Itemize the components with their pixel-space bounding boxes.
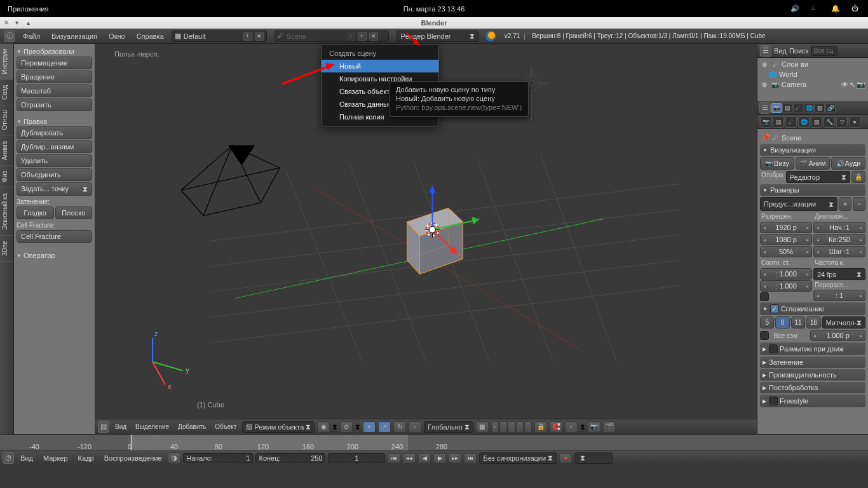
fps-selector[interactable]: 24 fps⧗ (813, 268, 865, 280)
cursor-icon[interactable]: ↖ (850, 81, 855, 89)
range-toggle[interactable]: ◑ (168, 452, 180, 464)
tab-relations[interactable]: Отнош (0, 105, 13, 135)
res-y-field[interactable]: 1080 р (760, 234, 812, 245)
end-frame-field[interactable]: Конец:250 (255, 453, 325, 463)
power-icon[interactable]: ⏻ (851, 4, 860, 13)
aa-11[interactable]: 11 (791, 316, 805, 329)
start-frame-field[interactable]: Начало:1 (183, 453, 253, 463)
context-constraints-icon[interactable]: 🔗 (825, 103, 836, 113)
duplicate-linked-button[interactable]: Дублир...вязями (17, 140, 92, 153)
context-scene-icon[interactable]: ☄ (793, 103, 803, 113)
ctx-render[interactable]: 📷 (760, 116, 771, 128)
join-button[interactable]: Объединить (17, 168, 92, 181)
sync-mode-selector[interactable]: Без синхронизации⧗ (479, 452, 557, 464)
editor-type-3dview-icon[interactable]: ▧ (98, 421, 109, 433)
aa-8[interactable]: 8 (775, 316, 789, 329)
snap-type[interactable]: ▫ (565, 421, 578, 433)
vp-menu-object[interactable]: Объект (212, 422, 240, 431)
manip-translate[interactable]: ↗ (378, 421, 391, 433)
keyframe-next-button[interactable]: ▸▸ (449, 453, 461, 463)
mode-selector[interactable]: ▨Режим объекта⧗ (242, 421, 315, 433)
remap-field[interactable]: : 1 (813, 290, 865, 301)
tab-greasepencil[interactable]: Эскизный ка (0, 188, 13, 236)
smooth-button[interactable]: Гладко (17, 207, 54, 219)
apps-menu[interactable]: Приложения (8, 5, 48, 13)
outliner-row-camera[interactable]: ⊕📷Camera 👁↖📷 (760, 79, 865, 90)
context-world-icon[interactable]: 🌐 (804, 103, 814, 113)
res-pct-field[interactable]: 50% (760, 246, 812, 257)
preset-add[interactable]: ＋ (839, 197, 851, 211)
vp-menu-add[interactable]: Добавить (175, 422, 209, 431)
keying-set-selector[interactable]: ⧗ (574, 452, 613, 464)
manip-rotate[interactable]: ↻ (393, 421, 406, 433)
editor-type-outliner-icon[interactable]: ☰ (760, 45, 771, 57)
scale-button[interactable]: Масштаб (17, 85, 92, 97)
layer-buttons[interactable]: • (491, 421, 532, 433)
aa-5[interactable]: 5 (760, 316, 774, 329)
panel-shading[interactable]: Затенение (760, 356, 865, 368)
tab-create[interactable]: Созд (0, 80, 13, 105)
orientation-selector[interactable]: Глобально⧗ (424, 421, 473, 433)
context-render-icon[interactable]: 📷 (771, 103, 782, 113)
translate-button[interactable]: Перемещение (17, 57, 92, 69)
pin-icon[interactable]: 📌 (761, 133, 770, 142)
res-x-field[interactable]: 1920 р (760, 222, 812, 233)
aa-16[interactable]: 16 (806, 316, 820, 329)
layers-button[interactable]: ▦ (476, 421, 489, 433)
volume-icon[interactable]: 🔊 (790, 4, 799, 13)
menu-item-new[interactable]: ▸Новый (322, 60, 438, 72)
editor-type-icon[interactable]: ⓘ (4, 30, 15, 42)
manipulator-toggle[interactable]: ⌖ (363, 421, 376, 433)
render-preview-button[interactable]: 📷 (588, 421, 600, 433)
panel-edit[interactable]: Правка (17, 116, 92, 126)
frame-end-field[interactable]: Ко:250 (813, 234, 865, 245)
preset-remove[interactable]: － (853, 197, 865, 211)
panel-dimensions[interactable]: Размеры (760, 184, 865, 196)
maximize-icon[interactable]: ▴ (27, 19, 34, 27)
bell-icon[interactable]: 🔔 (831, 4, 840, 13)
panel-freestyle[interactable]: Freestyle (760, 395, 865, 407)
aa-filter-selector[interactable]: Митчелл-⧗ (822, 316, 865, 329)
editor-type-props-icon[interactable]: ☰ (759, 102, 771, 114)
vp-menu-select[interactable]: Выделение (132, 422, 172, 431)
tab-anim[interactable]: Анима (0, 136, 13, 166)
tl-menu-view[interactable]: Вид (17, 453, 37, 463)
ctx-modifiers[interactable]: 🔧 (824, 116, 835, 128)
menu-window[interactable]: Окно (105, 31, 129, 41)
vp-menu-view[interactable]: Вид (112, 422, 130, 431)
lock-icon[interactable]: 🔒 (534, 421, 547, 433)
timeline-track[interactable]: -40-12004080120160200240280 (0, 435, 868, 451)
network-icon[interactable]: ⟘ (811, 4, 820, 13)
context-layers-icon[interactable]: ▤ (782, 103, 792, 113)
outliner-view[interactable]: Вид (774, 47, 787, 55)
render-audio-button[interactable]: 🔊Ауди (831, 157, 865, 170)
ctx-data[interactable]: ▽ (836, 116, 848, 128)
rotate-button[interactable]: Вращение (17, 71, 92, 83)
eye-icon[interactable]: 👁 (841, 81, 848, 89)
jump-end-button[interactable]: ⏭ (464, 453, 477, 463)
pivot-button[interactable]: ⊙ (340, 421, 353, 433)
jump-start-button[interactable]: ⏮ (388, 453, 400, 463)
panel-transform[interactable]: Преобразовани (17, 46, 92, 57)
play-reverse-button[interactable]: ◀ (418, 453, 431, 463)
current-frame-field[interactable]: 1 (328, 453, 385, 463)
menu-help[interactable]: Справка (133, 31, 168, 41)
panel-antialias[interactable]: ✓ Сглаживание (760, 302, 865, 315)
scene-remove-button[interactable]: ✕ (369, 32, 378, 41)
manip-scale[interactable]: ▫ (409, 421, 421, 433)
duplicate-button[interactable]: Дублировать (17, 126, 92, 139)
frame-start-field[interactable]: Нач.:1 (813, 222, 865, 233)
panel-render[interactable]: Визуализация (760, 144, 865, 156)
layout-remove-button[interactable]: ✕ (255, 32, 264, 41)
ctx-layers[interactable]: ▤ (773, 116, 784, 128)
outliner-row-scene[interactable]: ⊕☄Слои ви (760, 59, 865, 69)
play-button[interactable]: ▶ (433, 453, 446, 463)
render-icon[interactable]: 📷 (857, 81, 865, 89)
set-origin-button[interactable]: Задать... точку⧗ (17, 182, 92, 196)
panel-motion-blur[interactable]: Размытие при движ (760, 342, 865, 355)
shading-mode-button[interactable]: ◉ (317, 421, 330, 433)
lock-ui-button[interactable]: 🔒 (851, 171, 865, 183)
aspect-y-field[interactable]: : 1.000 (760, 280, 812, 292)
ctx-material[interactable]: ● (849, 116, 860, 128)
panel-post[interactable]: Постобработка (760, 382, 865, 393)
